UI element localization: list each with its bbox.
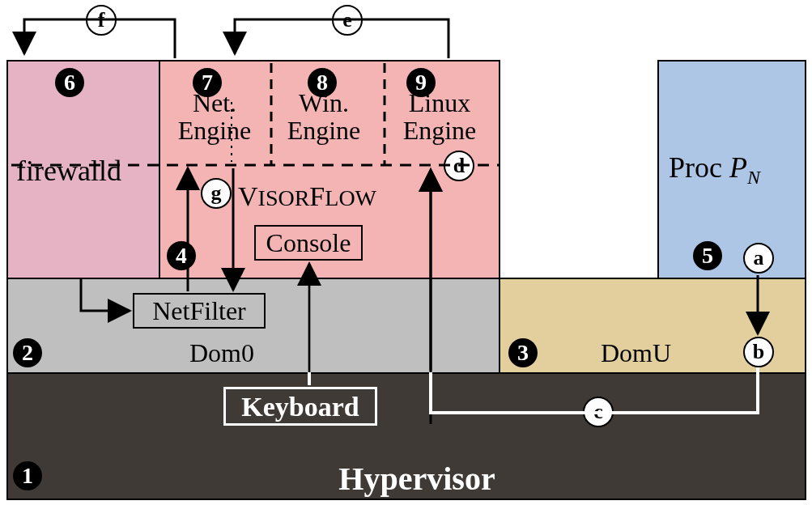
diagram-root: Hypervisor 1 Keyboard Dom0 2 NetFilter D… — [0, 0, 812, 505]
connector-lines — [0, 0, 812, 505]
